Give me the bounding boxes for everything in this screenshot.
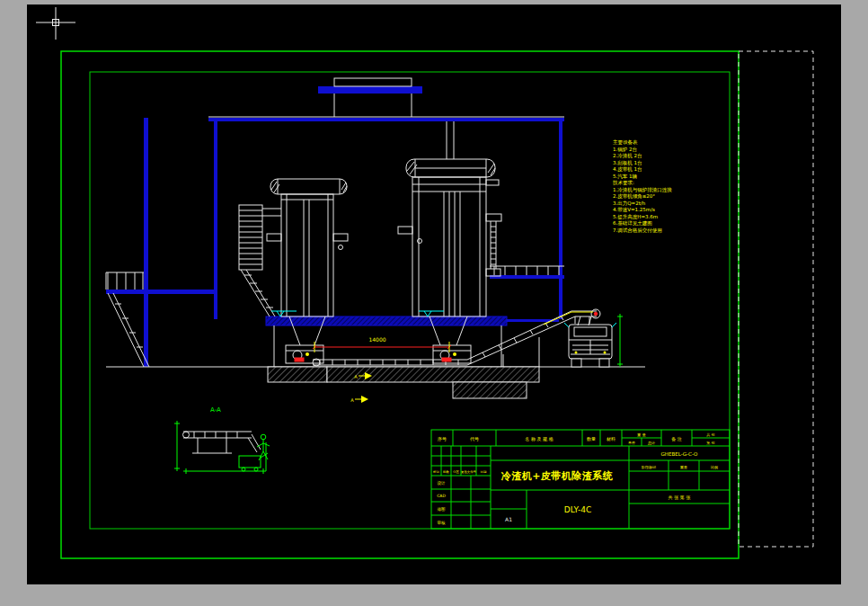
parts-header-sheets-top: 共 张 xyxy=(706,432,714,437)
foundations xyxy=(268,367,539,398)
note-line: 6.基础详见土建图 xyxy=(613,220,652,227)
revision-mark: 标记 xyxy=(432,470,439,474)
note-line: 2.皮带机倾角≤20° xyxy=(613,193,655,200)
note-line: 5.汽车 1辆 xyxy=(613,174,637,180)
floor-supports xyxy=(274,325,501,367)
right-boiler xyxy=(398,159,501,363)
stage-weight: 重量 xyxy=(679,465,687,469)
detail-view-aa xyxy=(183,432,261,453)
drawing-canvas[interactable]: 14000 A A A-A xyxy=(27,4,841,584)
truck-wheel-right xyxy=(599,359,609,367)
left-bracket-l xyxy=(267,234,281,241)
revision-doc-no: 更改文件号 xyxy=(461,469,477,474)
note-line: 技术要求: xyxy=(613,180,634,186)
crosshair-cursor xyxy=(36,7,75,40)
elevation-mark-left xyxy=(271,311,297,316)
left-bracket-r xyxy=(333,234,348,241)
note-line: 3.刮板机 1台 xyxy=(613,160,642,166)
stage-scale: 比例 xyxy=(711,465,718,470)
revision-count: 处数 xyxy=(443,469,449,474)
operating-floor-band xyxy=(266,316,507,325)
note-line: 4.带速V=1.25m/s xyxy=(613,207,655,212)
outer-sheet-border xyxy=(61,51,739,558)
foundation-pit xyxy=(453,382,527,398)
parts-header-remark: 备 注 xyxy=(671,436,682,441)
note-line: 主要设备表 xyxy=(613,139,638,146)
left-platform xyxy=(106,272,149,367)
right-ladder xyxy=(491,221,496,269)
parts-header-weight: 重 量 xyxy=(636,432,645,437)
column-right xyxy=(559,121,562,319)
sign-row-design: 设计 xyxy=(438,480,447,486)
parts-header-unit: 单件 xyxy=(628,441,635,445)
parts-header-sheets-bottom: 第 张 xyxy=(706,441,714,445)
truck-wheel-left xyxy=(571,359,581,367)
dimension-line-14000 xyxy=(313,345,451,349)
elevation-mark-right xyxy=(419,311,444,316)
note-line: 2.冷渣机 2台 xyxy=(613,153,642,159)
parts-header-qty: 数量 xyxy=(587,436,596,441)
truck-light-left xyxy=(575,352,578,354)
platform-beam xyxy=(106,290,217,294)
left-slag-cooler xyxy=(286,345,323,363)
pulley-center xyxy=(594,312,598,316)
roof-penthouse xyxy=(334,78,412,86)
truck-dimension xyxy=(617,314,623,367)
parts-header-seq: 序号 xyxy=(438,436,447,442)
detail-view-label: A-A xyxy=(210,406,221,414)
right-slag-cooler xyxy=(433,345,471,363)
dump-truck xyxy=(569,325,612,367)
main-drawing-white xyxy=(106,78,645,453)
detail-dimensions xyxy=(174,421,266,474)
worker-figure-head xyxy=(261,434,266,440)
green-entities xyxy=(174,314,623,474)
note-line: 5.提升高度H=3.6m xyxy=(613,214,658,220)
project-code: GHEBEL-G-C-O xyxy=(661,451,698,457)
foundation-mid xyxy=(327,367,539,382)
sign-row-check: 审核 xyxy=(438,521,447,525)
penthouse-walls xyxy=(334,94,412,117)
paper-size: A1 xyxy=(505,516,512,522)
left-boiler xyxy=(239,179,348,363)
parts-header-name: 名 称 及 规 格 xyxy=(525,436,553,442)
sign-row-cad: CAD xyxy=(437,494,446,498)
note-line: 7.调试合格后交付使用 xyxy=(613,227,662,234)
parts-header-total: 总计 xyxy=(647,441,655,445)
title-block: 序号 代号 名 称 及 规 格 数量 材料 重 量 单件 总计 备 注 共 张 … xyxy=(431,430,730,529)
drawing-number: DLY-4C xyxy=(564,505,591,514)
note-line: 4.皮带机 1台 xyxy=(613,166,642,173)
note-line: 1.冷渣机与锅炉排渣口连接 xyxy=(613,187,672,193)
left-boiler-body xyxy=(281,194,333,316)
slag-cart xyxy=(239,456,261,468)
section-label-top: A xyxy=(354,374,358,379)
truck-window xyxy=(574,327,607,336)
parts-header-code: 代号 xyxy=(470,436,479,441)
steam-pipes xyxy=(447,121,454,159)
foundation-left xyxy=(268,367,327,382)
main-beam xyxy=(208,118,564,121)
manhole xyxy=(339,245,343,250)
left-stair xyxy=(241,270,275,316)
stage-mark: 阶段标记 xyxy=(642,465,656,470)
dimension-text: 14000 xyxy=(368,336,385,343)
cad-application-window: 14000 A A A-A xyxy=(0,0,868,606)
equipment-notes: 主要设备表 1.锅炉 2台 2.冷渣机 2台 3.刮板机 1台 4.皮带机 1台… xyxy=(613,139,672,234)
revision-zone: 分区 xyxy=(453,470,459,474)
cad-viewport: 14000 A A A-A xyxy=(27,4,841,584)
parts-header-material: 材料 xyxy=(606,436,616,442)
note-line: 1.锅炉 2台 xyxy=(613,147,637,152)
truck-light-right xyxy=(604,352,607,354)
sign-row-trace: 描图 xyxy=(437,507,446,512)
note-line: 3.出力Q=2t/h xyxy=(613,201,646,206)
drawing-title: 冷渣机+皮带机除渣系统 xyxy=(501,470,614,482)
revision-date: 日期 xyxy=(481,470,487,474)
left-drum xyxy=(270,179,347,194)
column-far-left xyxy=(144,118,148,367)
section-label-bottom: A xyxy=(350,397,354,403)
worker-figure xyxy=(257,440,270,460)
paper-extent-dashed-border xyxy=(739,51,813,547)
sheet-info: 共 张 第 张 xyxy=(669,495,691,501)
roof-slab xyxy=(318,86,422,94)
